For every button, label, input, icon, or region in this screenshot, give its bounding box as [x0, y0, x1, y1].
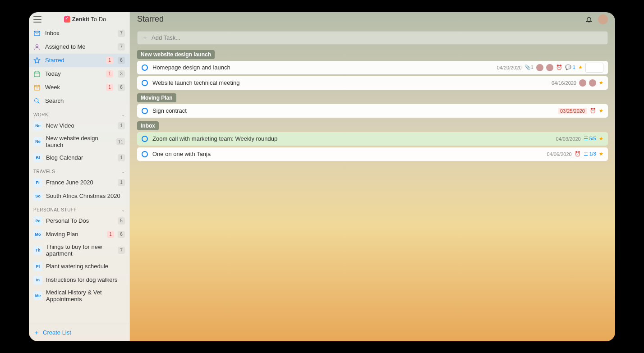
sidebar: Zenkit To Do Inbox 7 Assigned to Me 7 St… [29, 12, 130, 341]
list-name: Blog Calendar [46, 154, 114, 161]
task-checkbox[interactable] [142, 64, 148, 71]
task-checkbox[interactable] [142, 108, 148, 114]
add-task-input[interactable]: ＋ Add Task... [137, 31, 608, 45]
section-header[interactable]: WORK⌄ [29, 108, 129, 119]
list-item[interactable]: Th Things to buy for new apartment 7 [29, 241, 129, 260]
list-name: New Video [46, 122, 114, 129]
star-icon: ★ [599, 151, 603, 157]
chevron-down-icon: ⌄ [121, 112, 125, 117]
section-title: PERSONAL STUFF [33, 207, 77, 212]
star-icon: ★ [578, 64, 583, 70]
svg-text:7: 7 [37, 87, 38, 90]
nav-item-week[interactable]: 7 Week 1 6 [29, 81, 129, 94]
list-name: Plant watering schedule [46, 263, 125, 270]
nav-label: Week [45, 84, 101, 91]
list-item[interactable]: In Instructions for dog walkers [29, 273, 129, 287]
task-thumbnail [585, 63, 603, 73]
nav-badge: 6 [118, 84, 125, 91]
inbox-icon [33, 30, 41, 37]
main-header: Starred [130, 12, 615, 27]
brand-logo-icon [64, 16, 70, 23]
list-item[interactable]: Mo Moving Plan 1 6 [29, 228, 129, 241]
subtask-count: ☰ 1/3 [584, 151, 596, 157]
section-header[interactable]: TRAVELS⌄ [29, 165, 129, 176]
list-item[interactable]: Ne New website design launch 11 [29, 133, 129, 151]
list-abbr: Pe [33, 216, 42, 225]
nav-badge-red: 1 [106, 57, 113, 64]
list-name: Medical History & Vet Appointments [46, 289, 125, 303]
section-header[interactable]: PERSONAL STUFF⌄ [29, 203, 129, 214]
alarm-icon: ⏰ [556, 64, 562, 70]
star-icon: ★ [599, 80, 603, 86]
alarm-icon: ⏰ [575, 151, 581, 157]
nav-item-search[interactable]: Search [29, 94, 129, 108]
list-name: Moving Plan [46, 231, 103, 238]
star-icon [33, 57, 41, 64]
list-name: New website design launch [46, 135, 113, 149]
task-row[interactable]: Website launch technical meeting 04/16/2… [137, 76, 608, 90]
plus-icon: ＋ [142, 34, 148, 42]
nav-item-inbox[interactable]: Inbox 7 [29, 27, 129, 40]
list-badge: 6 [118, 231, 125, 238]
add-task-placeholder: Add Task... [152, 34, 180, 41]
brand: Zenkit To Do [45, 16, 125, 23]
list-item[interactable]: Fr France June 2020 1 [29, 176, 129, 189]
nav-badge-red: 1 [106, 84, 113, 91]
today-icon [33, 70, 41, 78]
task-row[interactable]: Homepage design and launch 04/20/2020📎1⏰… [137, 61, 608, 74]
task-title: Website launch technical meeting [152, 79, 547, 86]
list-badge: 1 [118, 154, 125, 161]
list-abbr: Pl [33, 262, 42, 271]
nav-item-starred[interactable]: Starred 1 6 [29, 54, 129, 67]
nav-badge: 6 [118, 57, 125, 64]
list-name: Instructions for dog walkers [46, 276, 125, 284]
list-badge-red: 1 [107, 231, 114, 238]
create-list-button[interactable]: ＋ Create List [29, 324, 129, 341]
sidebar-topbar: Zenkit To Do [29, 12, 129, 27]
list-item[interactable]: Ne New Video 1 [29, 119, 129, 133]
list-item[interactable]: Pl Plant watering schedule [29, 260, 129, 273]
list-abbr: So [33, 192, 42, 201]
task-checkbox[interactable] [142, 80, 148, 86]
nav-item-assigned-to-me[interactable]: Assigned to Me 7 [29, 40, 129, 54]
list-item[interactable]: So South Africa Christmas 2020 [29, 189, 129, 203]
nav-badge: 3 [118, 70, 125, 78]
bell-icon[interactable] [584, 15, 593, 24]
group-header[interactable]: Moving Plan [137, 93, 176, 102]
list-abbr: Me [33, 291, 42, 300]
task-date: 04/20/2020 [497, 65, 522, 70]
assignee-avatar [589, 79, 596, 87]
list-item[interactable]: Me Medical History & Vet Appointments [29, 287, 129, 305]
list-abbr: Bl [33, 153, 42, 162]
week-icon: 7 [33, 84, 41, 91]
nav-label: Search [45, 97, 125, 104]
nav-item-today[interactable]: Today 1 3 [29, 67, 129, 81]
nav-badge-red: 1 [106, 70, 113, 78]
star-icon: ★ [599, 108, 603, 114]
nav-label: Assigned to Me [45, 43, 113, 50]
nav-badge: 7 [118, 30, 125, 37]
list-name: South Africa Christmas 2020 [46, 193, 125, 200]
list-name: Things to buy for new apartment [46, 243, 114, 257]
nav-label: Starred [45, 57, 101, 64]
task-row[interactable]: One on one with Tanja 04/06/2020⏰☰ 1/3★ [137, 147, 608, 161]
list-badge: 1 [118, 179, 125, 186]
task-row[interactable]: Zoom call with marketing team: Weekly ro… [137, 132, 608, 146]
list-abbr: Th [33, 246, 42, 255]
group-header[interactable]: New website design launch [137, 50, 215, 59]
assignee-avatar [546, 64, 553, 71]
task-row[interactable]: Sign contract 03/25/2020⏰★ [137, 104, 608, 118]
task-checkbox[interactable] [142, 151, 148, 157]
list-item[interactable]: Pe Personal To Dos 5 [29, 214, 129, 228]
task-title: Homepage design and launch [152, 64, 492, 71]
group-header[interactable]: Inbox [137, 121, 159, 130]
list-item[interactable]: Bl Blog Calendar 1 [29, 151, 129, 165]
task-checkbox[interactable] [142, 136, 148, 142]
hamburger-icon[interactable] [33, 16, 41, 23]
nav-badge: 7 [118, 43, 125, 50]
chevron-down-icon: ⌄ [121, 207, 125, 212]
user-avatar[interactable] [598, 14, 608, 24]
alarm-icon: ⏰ [590, 108, 596, 114]
attachment-icon: 📎1 [524, 64, 534, 70]
brand-name: Zenkit [72, 16, 89, 23]
